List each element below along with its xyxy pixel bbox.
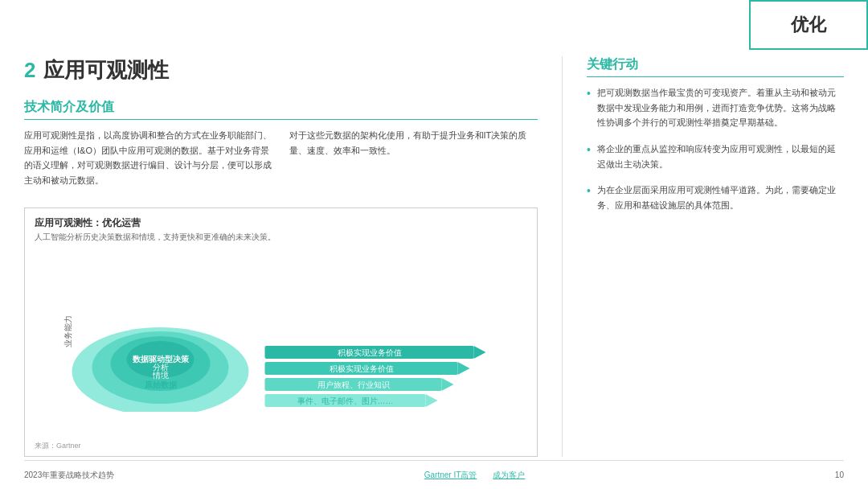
diagram-box: 应用可观测性：优化运营 人工智能分析历史决策数据和情境，支持更快和更准确的未来决… bbox=[24, 208, 538, 457]
svg-text:原始数据: 原始数据 bbox=[144, 380, 178, 389]
svg-text:业务能力: 业务能力 bbox=[63, 315, 72, 347]
svg-text:事件、电子邮件、图片……: 事件、电子邮件、图片…… bbox=[297, 397, 394, 405]
action-list: •把可观测数据当作最宝贵的可变现资产。着重从主动和被动元数据中发现业务能力和用例… bbox=[587, 85, 844, 224]
action-text-1: 把可观测数据当作最宝贵的可变现资产。着重从主动和被动元数据中发现业务能力和用例，… bbox=[597, 85, 844, 130]
svg-text:积极实现业务价值: 积极实现业务价值 bbox=[338, 348, 402, 357]
diagram-source: 来源：Gartner bbox=[35, 441, 81, 451]
action-item-1: •把可观测数据当作最宝贵的可变现资产。着重从主动和被动元数据中发现业务能力和用例… bbox=[587, 85, 844, 130]
section-title: 应用可观测性 bbox=[43, 56, 169, 84]
vertical-divider bbox=[562, 56, 563, 457]
col2-text: 对于这些元数据的架构化使用，有助于提升业务和IT决策的质量、速度、效率和一致性。 bbox=[289, 128, 538, 158]
section-header: 2 应用可观测性 bbox=[24, 56, 538, 84]
sub-heading: 技术简介及价值 bbox=[24, 99, 538, 120]
main-content: 2 应用可观测性 技术简介及价值 应用可观测性是指，以高度协调和整合的方式在业务… bbox=[24, 56, 844, 457]
text-col-1: 应用可观测性是指，以高度协调和整合的方式在业务职能部门、应用和运维（I&O）团队… bbox=[24, 128, 273, 196]
col1-text: 应用可观测性是指，以高度协调和整合的方式在业务职能部门、应用和运维（I&O）团队… bbox=[24, 128, 273, 188]
right-column: 关键行动 •把可观测数据当作最宝贵的可变现资产。着重从主动和被动元数据中发现业务… bbox=[587, 56, 844, 457]
diagram-title: 应用可观测性：优化运营 bbox=[35, 216, 527, 230]
action-item-3: •为在企业层面采用应用可观测性铺平道路。为此，需要确定业务、应用和基础设施层的具… bbox=[587, 183, 844, 212]
svg-marker-17 bbox=[442, 378, 454, 391]
action-item-2: •将企业的重点从监控和响应转变为应用可观测性，以最短的延迟做出主动决策。 bbox=[587, 142, 844, 171]
diagram-svg: 业务能力 数据驱动型决策 分析 情境 原始数据 bbox=[35, 251, 527, 412]
section-number: 2 bbox=[24, 58, 35, 83]
bullet-icon-1: • bbox=[587, 85, 591, 102]
svg-text:积极实现业务价值: 积极实现业务价值 bbox=[330, 364, 394, 373]
svg-marker-11 bbox=[474, 346, 486, 359]
text-columns: 应用可观测性是指，以高度协调和整合的方式在业务职能部门、应用和运维（I&O）团队… bbox=[24, 128, 538, 196]
action-text-2: 将企业的重点从监控和响应转变为应用可观测性，以最短的延迟做出主动决策。 bbox=[597, 142, 844, 171]
text-col-2: 对于这些元数据的架构化使用，有助于提升业务和IT决策的质量、速度、效率和一致性。 bbox=[289, 128, 538, 196]
bullet-icon-2: • bbox=[587, 142, 591, 158]
footer-left-text: 2023年重要战略技术趋势 bbox=[24, 470, 114, 481]
footer-center: Gartner IT高管 成为客户 bbox=[424, 470, 526, 481]
svg-text:用户旅程、行业知识: 用户旅程、行业知识 bbox=[317, 380, 390, 389]
footer-link-1[interactable]: Gartner IT高管 bbox=[424, 470, 477, 481]
footer: 2023年重要战略技术趋势 Gartner IT高管 成为客户 10 bbox=[24, 460, 844, 489]
action-text-3: 为在企业层面采用应用可观测性铺平道路。为此，需要确定业务、应用和基础设施层的具体… bbox=[597, 183, 844, 212]
top-badge: 优化 bbox=[749, 0, 868, 50]
badge-label: 优化 bbox=[791, 13, 826, 37]
footer-page-number: 10 bbox=[835, 471, 844, 479]
svg-text:情境: 情境 bbox=[152, 371, 169, 380]
bullet-icon-3: • bbox=[587, 183, 591, 199]
svg-marker-14 bbox=[458, 362, 470, 375]
diagram-subtitle: 人工智能分析历史决策数据和情境，支持更快和更准确的未来决策。 bbox=[35, 232, 527, 243]
svg-marker-20 bbox=[426, 394, 438, 407]
footer-link-2[interactable]: 成为客户 bbox=[493, 470, 525, 481]
key-actions-title: 关键行动 bbox=[587, 56, 844, 77]
left-column: 2 应用可观测性 技术简介及价值 应用可观测性是指，以高度协调和整合的方式在业务… bbox=[24, 56, 538, 457]
